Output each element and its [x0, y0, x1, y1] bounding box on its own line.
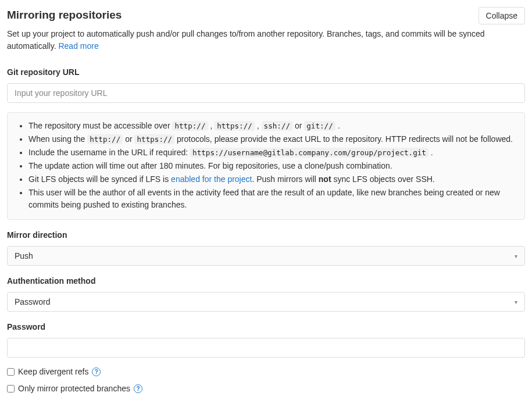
protected-branches-label: Only mirror protected branches — [18, 383, 130, 395]
info-box: The repository must be accessible over h… — [7, 112, 525, 220]
mirror-direction-value: Push — [15, 250, 33, 262]
keep-divergent-checkbox[interactable] — [7, 368, 15, 376]
info-item: Git LFS objects will be synced if LFS is… — [28, 173, 515, 185]
info-item: When using the http:// or https:// proto… — [28, 133, 515, 145]
repo-url-input[interactable] — [7, 83, 525, 103]
auth-method-select[interactable]: Password ▾ — [7, 292, 525, 312]
auth-method-label: Authentication method — [7, 275, 525, 287]
info-item: The repository must be accessible over h… — [28, 120, 515, 132]
keep-divergent-label: Keep divergent refs — [18, 366, 88, 378]
password-label: Password — [7, 321, 525, 333]
collapse-button[interactable]: Collapse — [479, 7, 525, 24]
mirror-direction-label: Mirror direction — [7, 229, 525, 241]
help-icon[interactable]: ? — [134, 384, 142, 393]
help-icon[interactable]: ? — [92, 368, 101, 376]
lfs-enabled-link[interactable]: enabled for the project — [171, 174, 252, 184]
repo-url-label: Git repository URL — [7, 66, 525, 79]
section-description: Set up your project to automatically pus… — [7, 28, 525, 52]
mirror-direction-select[interactable]: Push ▾ — [7, 246, 525, 266]
protected-branches-checkbox[interactable] — [7, 385, 15, 393]
info-item: Include the username in the URL if requi… — [28, 147, 515, 159]
section-title: Mirroring repositories — [7, 7, 122, 24]
info-item: The update action will time out after 18… — [28, 160, 515, 172]
read-more-link[interactable]: Read more — [58, 41, 98, 51]
auth-method-value: Password — [15, 296, 50, 308]
password-input[interactable] — [7, 338, 525, 358]
chevron-down-icon: ▾ — [515, 252, 517, 261]
info-item: This user will be the author of all even… — [28, 187, 515, 211]
chevron-down-icon: ▾ — [515, 298, 517, 306]
